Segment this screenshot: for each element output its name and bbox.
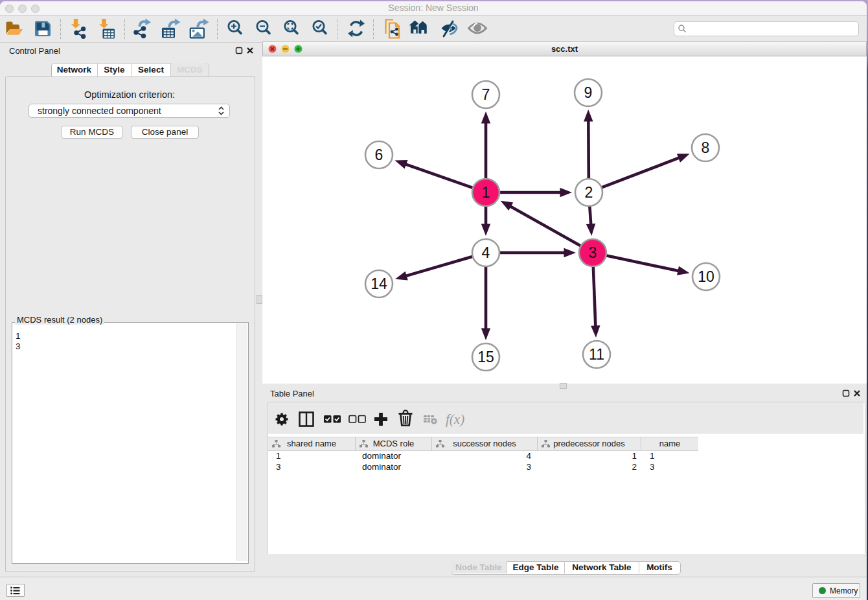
svg-text:10: 10 — [698, 268, 714, 285]
svg-text:2: 2 — [585, 184, 593, 201]
svg-text:11: 11 — [589, 346, 604, 363]
svg-text:9: 9 — [584, 84, 593, 101]
svg-text:15: 15 — [477, 349, 494, 365]
svg-text:f(x): f(x) — [446, 411, 464, 427]
svg-text:8: 8 — [702, 139, 710, 156]
svg-text:6: 6 — [375, 146, 383, 163]
svg-text:1: 1 — [482, 184, 490, 201]
svg-text:7: 7 — [482, 86, 490, 103]
svg-text:3: 3 — [589, 244, 597, 261]
svg-text:14: 14 — [371, 275, 387, 292]
svg-text:4: 4 — [482, 244, 490, 261]
